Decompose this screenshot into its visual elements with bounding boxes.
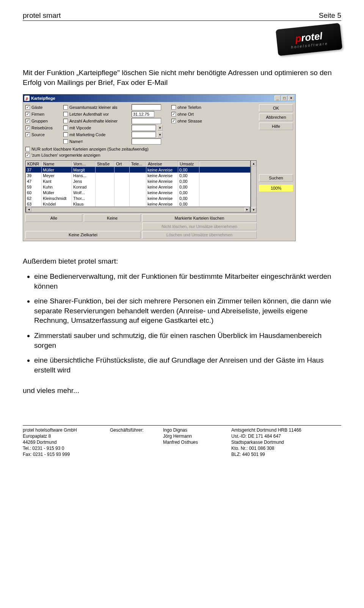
filter-ohne-ort[interactable]: ✓ohne Ort — [171, 111, 213, 117]
chevron-down-icon[interactable]: ▼ — [157, 125, 163, 131]
h-scrollbar[interactable]: ◄ ► — [26, 207, 250, 212]
text-input-0[interactable] — [132, 104, 161, 110]
date-input[interactable]: 31.12.75 — [132, 111, 154, 117]
results-table[interactable]: KDNRNameVorn...StraßeOrtTele...AbreiseUm… — [25, 160, 251, 213]
header-title: protel smart — [23, 11, 61, 20]
col-ort[interactable]: Ort — [115, 161, 130, 167]
intro2-paragraph: Außerdem bietet protel smart: — [23, 256, 341, 266]
titlebar[interactable]: p Karteipflege _ □ × — [23, 94, 295, 102]
protel-logo: protel hotelsoftware — [276, 23, 342, 56]
filter-firmen[interactable]: ✓Firmen — [25, 111, 60, 117]
filter-col2-1[interactable]: Letzter Aufenthalt vor — [63, 111, 128, 117]
combo-input-4[interactable] — [132, 132, 156, 138]
intro-paragraph: Mit der Funktion „Karteipflege" löschen … — [23, 68, 341, 87]
abbrechen-button[interactable]: Abbrechen — [259, 113, 293, 121]
col-abreise[interactable]: Abreise — [146, 161, 178, 167]
list-item: eine Bedienerverwaltung, mit der Funktio… — [34, 272, 341, 291]
list-item: Zimmerstati sauber und schmutzig, die fü… — [34, 331, 341, 350]
scroll-right-icon: ► — [245, 207, 250, 212]
long-filter-1[interactable]: NUR sofort löschbare Karteien anzeigen (… — [25, 146, 257, 152]
col-name[interactable]: Name — [42, 161, 72, 167]
long-filter-2[interactable]: ✓'zum Löschen' vorgemerkte anzeigen — [25, 152, 257, 158]
filter-ohne-strasse[interactable]: ✓ohne Strasse — [171, 118, 213, 124]
hilfe-button[interactable]: Hilfe — [259, 123, 293, 130]
feature-bullets: eine Bedienerverwaltung, mit der Funktio… — [23, 272, 341, 375]
loeschen-uebernehmen-button: Löschen und Umsätze übernehmen — [142, 231, 257, 239]
table-row[interactable]: 60MüllerWolf...keine Anreise0,00 — [26, 190, 250, 195]
text-input-5[interactable] — [132, 138, 161, 145]
list-item: eine Sharer-Funktion, bei der sich mehre… — [34, 296, 341, 325]
table-row[interactable]: 63KnödelKlauskeine Anreise0,00 — [26, 201, 250, 207]
header-page: Seite 5 — [319, 11, 341, 20]
v-scrollbar[interactable]: ▲ ▼ — [251, 160, 257, 213]
page-footer: protel hotelsoftware GmbHEuropaplatz 844… — [23, 425, 341, 458]
col-kdnr[interactable]: KDNR — [26, 161, 42, 167]
col-tele...[interactable]: Tele... — [130, 161, 146, 167]
closing-text: und vieles mehr... — [23, 386, 341, 395]
combo-input-3[interactable] — [132, 125, 156, 131]
window-title: Karteipflege — [31, 96, 55, 101]
col-umsatz[interactable]: Umsatz — [178, 161, 199, 167]
filter-gäste[interactable]: ✓Gäste — [25, 104, 60, 110]
page-header: protel smart Seite 5 — [23, 11, 341, 21]
minimize-button[interactable]: _ — [275, 96, 281, 101]
nicht-loeschen-button: Nicht löschen, nur Umsätze übernehmen — [142, 223, 257, 230]
table-row[interactable]: 59KuhnKonradkeine Anreise0,00 — [26, 184, 250, 190]
keine-button[interactable]: Keine — [84, 214, 141, 222]
maximize-button[interactable]: □ — [281, 96, 287, 101]
filter-col2-3[interactable]: mit Vipcode — [63, 125, 128, 131]
table-row[interactable]: 39MeyerHans...keine Anreise0,00 — [26, 173, 250, 178]
filter-col2-5[interactable]: Name= — [63, 138, 128, 145]
app-icon: p — [24, 96, 30, 101]
progress-indicator: 100% — [259, 185, 293, 192]
filter-gruppen[interactable]: ✓Gruppen — [25, 118, 60, 124]
filter-source[interactable]: ✓Source — [25, 132, 60, 138]
text-input-2[interactable] — [132, 118, 161, 124]
scroll-left-icon: ◄ — [26, 207, 31, 212]
markierte-loeschen-button[interactable]: Markierte Karteien löschen — [142, 214, 257, 222]
table-row[interactable]: 37MüllerMargitkeine Anreise0,00 — [26, 167, 250, 173]
ok-button[interactable]: OK — [259, 104, 293, 112]
close-button[interactable]: × — [288, 96, 294, 101]
col-vorn...[interactable]: Vorn... — [72, 161, 96, 167]
list-item: eine übersichtliche Frühstücksliste, die… — [34, 355, 341, 375]
filter-col2-0[interactable]: Gesamtumsatz kleiner als — [63, 104, 128, 110]
filter-reisebüros[interactable]: ✓Reisebüros — [25, 125, 60, 131]
filter-ohne-telefon[interactable]: ohne Telefon — [171, 104, 213, 110]
table-row[interactable]: 47KantJenskeine Anreise0,00 — [26, 178, 250, 184]
alle-button[interactable]: Alle — [25, 214, 82, 222]
karteipflege-window: p Karteipflege _ □ × ✓Gäste✓Firmen✓Grupp… — [23, 94, 296, 241]
scroll-up-icon: ▲ — [251, 161, 256, 166]
suchen-button[interactable]: Suchen — [259, 174, 293, 182]
keine-zielkartei-button[interactable]: Keine Zielkartei — [25, 231, 141, 239]
col-straße[interactable]: Straße — [96, 161, 115, 167]
filter-col2-4[interactable]: mit Marketing Code — [63, 132, 128, 138]
scroll-down-icon: ▼ — [251, 207, 256, 212]
filter-col2-2[interactable]: Anzahl Aufenthalte kleiner — [63, 118, 128, 124]
table-row[interactable]: 62KleinschmidtThor...keine Anreise0,00 — [26, 195, 250, 201]
chevron-down-icon[interactable]: ▼ — [157, 132, 163, 138]
